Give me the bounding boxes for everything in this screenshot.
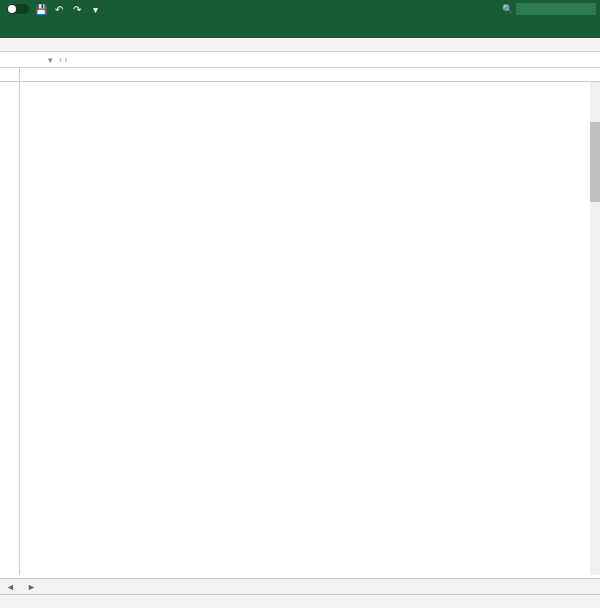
autosave-toggle[interactable] [4, 4, 29, 14]
redo-icon[interactable]: ↷ [71, 3, 83, 15]
sheet-nav-prev-icon[interactable]: ◄ [0, 582, 21, 592]
customize-qat-icon[interactable]: ▾ [89, 3, 101, 15]
column-headers [0, 68, 600, 82]
row-headers [0, 82, 20, 575]
sheet-canvas[interactable] [20, 82, 600, 575]
namebox-dropdown-icon[interactable]: ▾ [45, 55, 56, 65]
sheet-tabs: ◄ ► [0, 578, 600, 594]
save-icon[interactable]: 💾 [35, 3, 47, 15]
toggle-off-icon[interactable] [7, 4, 29, 14]
title-bar: 💾 ↶ ↷ ▾ 🔍 [0, 0, 600, 18]
undo-icon[interactable]: ↶ [53, 3, 65, 15]
ribbon-collapsed-bar [0, 38, 600, 52]
scrollbar-thumb[interactable] [590, 122, 600, 202]
status-bar [0, 594, 600, 608]
vertical-scrollbar[interactable] [590, 82, 600, 575]
search-input[interactable] [516, 3, 596, 15]
worksheet-grid[interactable] [0, 82, 600, 575]
sheet-nav-next-icon[interactable]: ► [21, 582, 42, 592]
formula-bar: ▾ ‹ › [0, 52, 600, 68]
select-all-corner[interactable] [0, 68, 20, 81]
ribbon-tabs [0, 18, 600, 38]
search-box[interactable]: 🔍 [502, 3, 596, 15]
fx-chevrons: ‹ › [56, 55, 71, 65]
search-icon: 🔍 [502, 4, 513, 14]
